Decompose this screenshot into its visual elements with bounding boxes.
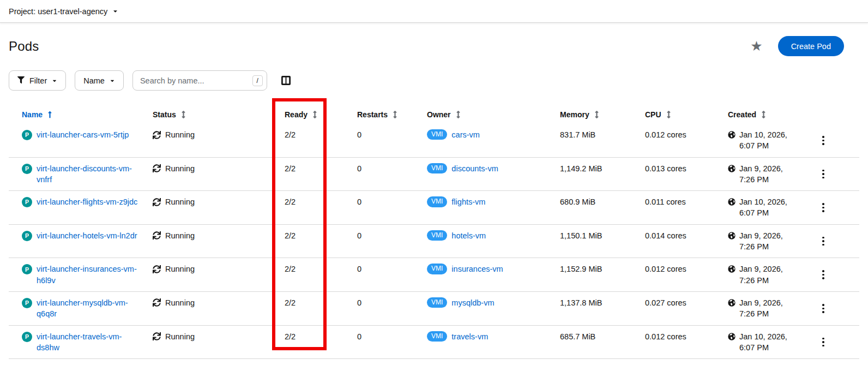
sort-both-icon bbox=[182, 111, 185, 118]
owner-link[interactable]: cars-vm bbox=[451, 129, 480, 140]
vmi-resource-badge: VMI bbox=[427, 129, 447, 140]
pod-name-link[interactable]: virt-launcher-mysqldb-vm-q6q8r bbox=[37, 297, 142, 320]
table-row: P virt-launcher-insurances-vm-h6l9v Runn… bbox=[9, 258, 859, 292]
pod-memory-value: 831.7 MiB bbox=[560, 129, 645, 140]
created-timestamp: Jan 9, 2026, 7:26 PM bbox=[739, 163, 783, 185]
globe-icon bbox=[728, 129, 736, 141]
column-header-ready[interactable]: Ready bbox=[274, 110, 357, 119]
pod-resource-icon: P bbox=[22, 197, 32, 207]
table-row: P virt-launcher-flights-vm-z9jdc Running… bbox=[9, 191, 859, 225]
column-header-memory[interactable]: Memory bbox=[560, 110, 645, 119]
pod-memory-value: 1,149.2 MiB bbox=[560, 163, 645, 174]
table-row: P virt-launcher-discounts-vm-vnfrf Runni… bbox=[9, 158, 859, 192]
sort-both-icon bbox=[393, 111, 397, 118]
pod-restarts-value: 0 bbox=[357, 331, 427, 342]
column-header-name[interactable]: Name bbox=[22, 110, 153, 119]
kebab-menu-icon[interactable] bbox=[819, 302, 828, 315]
pod-status-cell: Running bbox=[153, 264, 274, 276]
pod-memory-value: 680.9 MiB bbox=[560, 196, 645, 207]
kebab-cell bbox=[818, 196, 859, 219]
pod-owner-cell: VMI insurances-vm bbox=[427, 264, 560, 274]
globe-icon bbox=[728, 331, 736, 343]
table-row: P virt-launcher-travels-vm-ds8hw Running… bbox=[9, 326, 859, 360]
column-header-created[interactable]: Created bbox=[728, 110, 818, 119]
vmi-resource-badge: VMI bbox=[427, 264, 447, 274]
pod-created-cell: Jan 10, 2026, 6:07 PM bbox=[728, 129, 818, 152]
filter-dropdown-button[interactable]: Filter bbox=[9, 70, 66, 91]
owner-link[interactable]: insurances-vm bbox=[451, 264, 503, 274]
pod-name-link[interactable]: virt-launcher-discounts-vm-vnfrf bbox=[37, 163, 142, 185]
search-box: / bbox=[132, 70, 267, 91]
kebab-menu-icon[interactable] bbox=[819, 268, 828, 282]
table-row: P virt-launcher-mysqldb-vm-q6q8r Running… bbox=[9, 292, 859, 326]
pod-ready-value: 2/2 bbox=[274, 230, 357, 241]
column-label: Status bbox=[153, 110, 176, 119]
pod-resource-icon: P bbox=[22, 264, 32, 274]
owner-link[interactable]: hotels-vm bbox=[451, 230, 486, 241]
vmi-resource-badge: VMI bbox=[427, 230, 447, 241]
kebab-menu-icon[interactable] bbox=[819, 235, 828, 248]
vmi-resource-badge: VMI bbox=[427, 331, 447, 342]
column-label: Ready bbox=[285, 110, 308, 119]
sync-running-icon bbox=[153, 129, 161, 142]
manage-columns-icon[interactable] bbox=[281, 76, 291, 85]
header-actions: ★ Create Pod bbox=[750, 36, 844, 56]
kebab-cell bbox=[818, 331, 859, 354]
pod-name-cell: P virt-launcher-hotels-vm-ln2dr bbox=[22, 230, 153, 241]
pod-memory-value: 1,137.8 MiB bbox=[560, 297, 645, 308]
kebab-menu-icon[interactable] bbox=[819, 336, 828, 349]
pod-restarts-value: 0 bbox=[357, 264, 427, 274]
pod-status-text: Running bbox=[165, 163, 195, 174]
pod-name-cell: P virt-launcher-flights-vm-z9jdc bbox=[22, 196, 153, 207]
pod-name-link[interactable]: virt-launcher-cars-vm-5rtjp bbox=[37, 129, 129, 140]
pod-status-text: Running bbox=[165, 297, 195, 308]
kebab-menu-icon[interactable] bbox=[819, 134, 828, 147]
owner-link[interactable]: travels-vm bbox=[451, 331, 488, 342]
sort-both-icon bbox=[667, 111, 671, 118]
chevron-down-icon bbox=[110, 76, 115, 85]
created-timestamp: Jan 9, 2026, 7:26 PM bbox=[739, 264, 783, 286]
sync-running-icon bbox=[153, 331, 161, 344]
kebab-menu-icon[interactable] bbox=[819, 167, 828, 181]
column-header-cpu[interactable]: CPU bbox=[645, 110, 728, 119]
search-input[interactable] bbox=[132, 70, 267, 91]
column-header-status[interactable]: Status bbox=[153, 110, 274, 119]
created-timestamp: Jan 10, 2026, 6:07 PM bbox=[739, 331, 787, 354]
pod-name-link[interactable]: virt-launcher-travels-vm-ds8hw bbox=[37, 331, 142, 354]
pod-owner-cell: VMI mysqldb-vm bbox=[427, 297, 560, 308]
project-selector[interactable]: Project: user1-travel-agency bbox=[0, 0, 868, 23]
pod-name-link[interactable]: virt-launcher-hotels-vm-ln2dr bbox=[37, 230, 137, 241]
pod-ready-value: 2/2 bbox=[274, 129, 357, 140]
filter-toolbar: Filter Name / bbox=[0, 70, 868, 91]
column-header-restarts[interactable]: Restarts bbox=[357, 110, 427, 119]
pod-name-link[interactable]: virt-launcher-insurances-vm-h6l9v bbox=[37, 264, 142, 286]
globe-icon bbox=[728, 196, 736, 208]
pod-name-cell: P virt-launcher-cars-vm-5rtjp bbox=[22, 129, 153, 140]
pod-cpu-value: 0.011 cores bbox=[645, 196, 728, 207]
create-pod-button[interactable]: Create Pod bbox=[778, 36, 844, 56]
table-body: P virt-launcher-cars-vm-5rtjp Running 2/… bbox=[9, 124, 859, 359]
created-timestamp: Jan 9, 2026, 7:26 PM bbox=[739, 230, 783, 253]
name-filter-dropdown[interactable]: Name bbox=[75, 70, 124, 91]
pod-status-text: Running bbox=[165, 264, 195, 274]
pod-created-cell: Jan 9, 2026, 7:26 PM bbox=[728, 230, 818, 253]
pod-ready-value: 2/2 bbox=[274, 331, 357, 342]
sort-both-icon bbox=[762, 111, 765, 118]
pod-owner-cell: VMI flights-vm bbox=[427, 196, 560, 207]
pod-status-text: Running bbox=[165, 230, 195, 241]
pod-owner-cell: VMI travels-vm bbox=[427, 331, 560, 342]
owner-link[interactable]: flights-vm bbox=[451, 196, 485, 207]
star-icon[interactable]: ★ bbox=[750, 39, 762, 53]
column-label: Memory bbox=[560, 110, 589, 119]
sync-running-icon bbox=[153, 230, 161, 243]
column-label: CPU bbox=[645, 110, 661, 119]
owner-link[interactable]: mysqldb-vm bbox=[451, 297, 494, 308]
owner-link[interactable]: discounts-vm bbox=[451, 163, 498, 174]
column-label: Restarts bbox=[357, 110, 388, 119]
page-title: Pods bbox=[9, 39, 39, 54]
kebab-menu-icon[interactable] bbox=[819, 201, 828, 214]
pod-name-link[interactable]: virt-launcher-flights-vm-z9jdc bbox=[37, 196, 137, 207]
pod-cpu-value: 0.012 cores bbox=[645, 331, 728, 342]
column-header-owner[interactable]: Owner bbox=[427, 110, 560, 119]
pod-restarts-value: 0 bbox=[357, 163, 427, 174]
